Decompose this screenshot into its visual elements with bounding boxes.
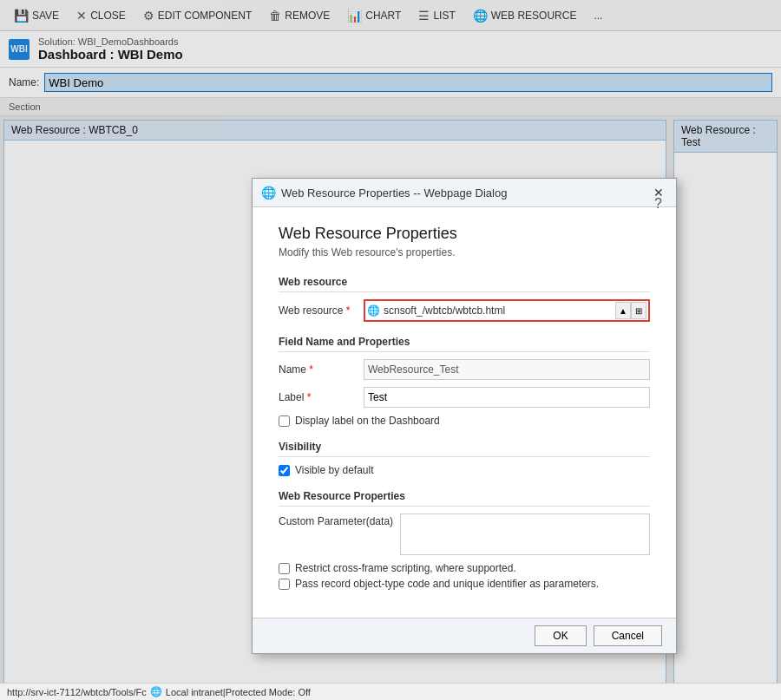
status-bar: http://srv-ict-7112/wbtcb/Tools/Fc 🌐 Loc… bbox=[0, 683, 781, 700]
pass-record-checkbox[interactable] bbox=[279, 579, 290, 590]
pass-record-row: Pass record object-type code and unique … bbox=[279, 578, 650, 590]
restrict-scripting-text: Restrict cross-frame scripting, where su… bbox=[295, 562, 516, 574]
dialog-titlebar: 🌐 Web Resource Properties -- Webpage Dia… bbox=[253, 179, 676, 207]
dialog-subtext: Modify this Web resource's properties. bbox=[279, 246, 457, 258]
help-icon[interactable]: ? bbox=[654, 196, 662, 212]
wr-props-section-title: Web Resource Properties bbox=[279, 490, 650, 507]
wr-up-btn[interactable]: ▲ bbox=[615, 302, 631, 319]
visible-by-default-checkbox[interactable] bbox=[279, 465, 290, 476]
dialog-icon: 🌐 bbox=[261, 186, 276, 200]
web-resource-label: Web resource * bbox=[279, 304, 357, 317]
required-star-wr: * bbox=[346, 304, 351, 317]
custom-param-textarea[interactable] bbox=[400, 514, 650, 555]
web-resource-props-section: Web Resource Properties Custom Parameter… bbox=[279, 490, 650, 590]
display-label-row: Display label on the Dashboard bbox=[279, 415, 650, 427]
status-zone: Local intranet bbox=[166, 687, 223, 697]
display-label-checkbox[interactable] bbox=[279, 415, 290, 427]
name-input-row: Name * bbox=[279, 359, 650, 380]
visibility-section-title: Visibility bbox=[279, 441, 650, 457]
field-name-section: Field Name and Properties Name * Label *… bbox=[279, 336, 650, 427]
web-resource-input-wrapper: 🌐 scnsoft_/wbtcb/wbtcb.html ▲ ⊞ bbox=[364, 299, 650, 322]
label-field-label: Label * bbox=[279, 391, 357, 403]
display-label-text: Display label on the Dashboard bbox=[295, 415, 440, 427]
dialog-heading: Web Resource Properties bbox=[279, 225, 457, 243]
ok-button[interactable]: OK bbox=[535, 625, 586, 646]
dialog-title-left: 🌐 Web Resource Properties -- Webpage Dia… bbox=[261, 186, 507, 200]
custom-param-row: Custom Parameter(data) bbox=[279, 514, 650, 555]
visibility-section: Visibility Visible by default bbox=[279, 441, 650, 476]
required-star-label: * bbox=[307, 391, 312, 403]
name-field-input[interactable] bbox=[364, 359, 650, 380]
cancel-button[interactable]: Cancel bbox=[594, 625, 662, 646]
web-resource-field-icon: 🌐 bbox=[367, 304, 380, 317]
visible-by-default-row: Visible by default bbox=[279, 464, 650, 476]
web-resource-section-title: Web resource bbox=[279, 276, 650, 292]
status-protected-mode: Protected Mode: Off bbox=[226, 687, 311, 697]
dialog-footer: OK Cancel bbox=[253, 618, 676, 653]
status-url: http://srv-ict-7112/wbtcb/Tools/Fc bbox=[7, 687, 147, 697]
web-resource-properties-dialog: 🌐 Web Resource Properties -- Webpage Dia… bbox=[252, 178, 677, 654]
restrict-scripting-row: Restrict cross-frame scripting, where su… bbox=[279, 562, 650, 574]
required-star-name: * bbox=[309, 363, 313, 376]
name-field-label-dialog: Name * bbox=[279, 363, 357, 376]
visible-by-default-text: Visible by default bbox=[295, 464, 374, 476]
web-resource-section: Web resource Web resource * 🌐 scnsoft_/w… bbox=[279, 276, 650, 322]
wr-controls: ▲ ⊞ bbox=[615, 302, 646, 319]
label-field-input[interactable] bbox=[364, 387, 650, 408]
label-input-row: Label * bbox=[279, 387, 650, 408]
web-resource-input-text: scnsoft_/wbtcb/wbtcb.html bbox=[384, 304, 615, 317]
pass-record-text: Pass record object-type code and unique … bbox=[295, 578, 599, 590]
dialog-body: Web Resource Properties Modify this Web … bbox=[253, 207, 676, 618]
wr-lookup-btn[interactable]: ⊞ bbox=[631, 302, 646, 319]
status-globe-icon: 🌐 bbox=[150, 686, 162, 697]
custom-param-label: Custom Parameter(data) bbox=[279, 514, 393, 527]
web-resource-row: Web resource * 🌐 scnsoft_/wbtcb/wbtcb.ht… bbox=[279, 299, 650, 322]
restrict-scripting-checkbox[interactable] bbox=[279, 563, 290, 574]
dialog-title-text: Web Resource Properties -- Webpage Dialo… bbox=[281, 186, 507, 200]
field-name-section-title: Field Name and Properties bbox=[279, 336, 650, 352]
